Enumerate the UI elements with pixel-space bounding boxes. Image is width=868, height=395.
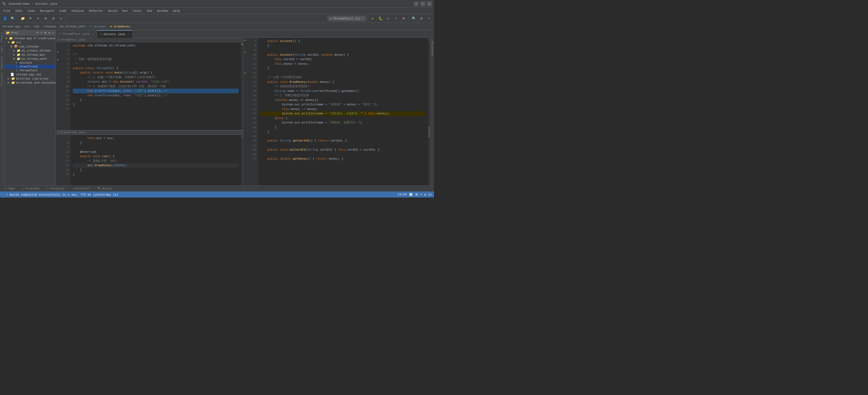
- run-gutter-r16[interactable]: ▶: [245, 71, 246, 74]
- tab-structure[interactable]: Structure: [0, 71, 4, 88]
- tab-todo[interactable]: ☑ TODO: [2, 186, 17, 191]
- run-gutter-r10[interactable]: ▶: [245, 51, 246, 54]
- account-code[interactable]: public Account() { } public Account(Stri…: [258, 38, 428, 186]
- menu-file[interactable]: File: [1, 9, 12, 13]
- left-editor-pane: C ThreadTest.java ✕ ▶ ▶ 1234567891011121…: [56, 38, 243, 186]
- menu-vcs[interactable]: VCS: [145, 9, 154, 13]
- menu-tools[interactable]: Tools: [130, 9, 144, 13]
- ac-l15: // 小明 小红同时过来的: [260, 75, 426, 80]
- toolbar-search-icon[interactable]: 🔍: [9, 16, 16, 22]
- tab-threadtest[interactable]: C ThreadTest.java ✕: [56, 30, 97, 38]
- run-gutter-7[interactable]: ▶: [57, 58, 59, 61]
- tree-d2[interactable]: ▶ 📁 d2_thread_api: [4, 53, 56, 57]
- time-display: 11: [428, 193, 432, 196]
- status-left: ✓ ✓ Build completed successfully in 1 se…: [2, 193, 118, 196]
- tree-com-itheima[interactable]: ▼ 📦 com.itheima: [4, 45, 56, 49]
- scroll-thumb-right[interactable]: [429, 126, 430, 137]
- toolbar-account-icon[interactable]: 👤: [2, 16, 8, 22]
- menu-window[interactable]: Window: [155, 9, 170, 13]
- breadcrumb-thread-app[interactable]: thread-app: [2, 25, 20, 28]
- settings-icon[interactable]: ⚙: [424, 193, 426, 196]
- threadtest-tab-x[interactable]: ✕: [87, 38, 89, 41]
- breadcrumb-com[interactable]: com: [34, 25, 39, 28]
- tree-d3[interactable]: ▼ 📁 d3_thread_safe: [4, 57, 56, 61]
- tree-ext-libs[interactable]: ▶ 📁 External Libraries: [4, 77, 56, 81]
- tab-favorites[interactable]: Favorites: [0, 55, 4, 71]
- tree-src[interactable]: ▼ 📁 src: [4, 40, 56, 45]
- database-label[interactable]: Database: [431, 41, 434, 57]
- menu-navigate[interactable]: Navigate: [37, 9, 57, 13]
- tab-profiler[interactable]: ⚡ Profiler: [70, 186, 92, 191]
- tab-project[interactable]: Project: [0, 30, 4, 44]
- tab-learn[interactable]: Learn: [0, 44, 4, 55]
- minimize-button[interactable]: ─: [414, 1, 418, 6]
- coverage-button[interactable]: ▷: [385, 16, 392, 22]
- tab-problems[interactable]: ⚠ Problems: [20, 186, 42, 191]
- toolbar-collapse-icon[interactable]: ≡: [35, 16, 41, 22]
- tree-root[interactable]: ▼ 📁 thread-app D:\code\javaseprox: [4, 36, 56, 40]
- drawthread-tab-x[interactable]: ✕: [87, 131, 89, 134]
- menu-run[interactable]: Run: [120, 9, 130, 13]
- language-indicator: 英: [415, 193, 418, 197]
- breadcrumb-account[interactable]: ⬡ Account: [89, 25, 106, 28]
- toolbar-close-icon[interactable]: ✕: [58, 16, 64, 22]
- menu-build[interactable]: Build: [106, 9, 120, 13]
- breadcrumb-d3[interactable]: d3_thread_safe: [60, 25, 85, 28]
- tab-build[interactable]: 🔨 Build: [95, 186, 114, 191]
- menu-view[interactable]: View: [26, 9, 37, 13]
- menu-code[interactable]: Code: [57, 9, 68, 13]
- panel-expand-icon[interactable]: ⊞: [45, 31, 46, 34]
- tree-threadtest[interactable]: C ThreadTest: [4, 68, 56, 73]
- breadcrumb: thread-app › src › com › itheima › d3_th…: [0, 23, 434, 30]
- breadcrumb-drawmoney[interactable]: m drawMoney: [111, 25, 130, 28]
- tree-d1[interactable]: ▶ 📁 d1_create_thread: [4, 49, 56, 53]
- tab-account[interactable]: C Account.java ✕: [97, 30, 133, 38]
- panel-sync-icon[interactable]: ⟳: [36, 31, 39, 34]
- more-button[interactable]: ⋯: [426, 16, 432, 22]
- package-icon: ▼ 📦: [10, 45, 18, 48]
- panel-settings-icon[interactable]: ⚙: [49, 31, 50, 34]
- ac-l24: }else {: [260, 116, 426, 121]
- account-tab-close[interactable]: ✕: [128, 33, 129, 36]
- maximize-button[interactable]: □: [420, 1, 425, 6]
- tree-drawthread[interactable]: C DrawThread: [4, 65, 56, 68]
- right-scrollbar[interactable]: ⚠ 5: [428, 38, 430, 186]
- profile-button[interactable]: ⚡: [393, 16, 399, 22]
- project-panel-header: 📂 Proj. ⟳ ≡ ⊞ ⚙ ✕: [4, 30, 56, 36]
- breadcrumb-src[interactable]: src: [24, 25, 30, 28]
- left-scrollbar[interactable]: ━ ⚠ 1: [241, 42, 243, 130]
- menu-help[interactable]: Help: [171, 9, 182, 13]
- run-gutter-r7[interactable]: ▶: [245, 39, 246, 42]
- close-button[interactable]: ✕: [427, 1, 432, 6]
- threadtest-code[interactable]: package com.itheima.d3_thread_safe; /** …: [71, 42, 241, 130]
- run-gutter-6[interactable]: ▶: [57, 51, 59, 54]
- menu-analyze[interactable]: Analyze: [69, 9, 86, 13]
- debug-button[interactable]: 🐛: [377, 16, 384, 22]
- drawthread-file-tab[interactable]: DrawThread.java: [60, 131, 85, 134]
- code-l7: public static void main(String[] args) {: [73, 70, 239, 75]
- run-button[interactable]: ▶: [370, 16, 376, 22]
- drawthread-code[interactable]: this.acc = acc; } @Override public void …: [71, 135, 241, 186]
- find-button[interactable]: 🔍: [410, 16, 417, 22]
- threadtest-tab-close[interactable]: ✕: [92, 33, 93, 36]
- menu-refactor[interactable]: Refactor: [87, 9, 106, 13]
- bottom-scrollbar[interactable]: ⚠1: [241, 135, 243, 186]
- tree-scratches[interactable]: ▶ 📁 Scratches and Consoles: [4, 81, 56, 85]
- breadcrumb-itheima[interactable]: itheima: [43, 25, 56, 28]
- tree-iml[interactable]: 📄 thread-app.iml: [4, 73, 56, 77]
- panel-collapse-icon[interactable]: ≡: [41, 31, 42, 34]
- threadtest-file-tab[interactable]: ThreadTest.java: [60, 38, 85, 41]
- settings-main-button[interactable]: ⚙: [418, 16, 425, 22]
- tree-account[interactable]: C Account: [4, 61, 56, 65]
- toolbar-expand-icon[interactable]: ⊞: [42, 16, 49, 22]
- toolbar-project-icon[interactable]: 📁: [20, 16, 26, 22]
- menu-edit[interactable]: Edit: [13, 9, 25, 13]
- toolbar-sync-icon[interactable]: ⟳: [27, 16, 34, 22]
- stop-button[interactable]: ■: [400, 16, 407, 22]
- titlebar-controls[interactable]: ─ □ ✕: [414, 1, 432, 6]
- run-configuration-selector[interactable]: ▶ ThreadTest2 (1) ▼: [328, 16, 366, 21]
- panel-close-icon[interactable]: ✕: [52, 31, 54, 34]
- code-l12: new DrawThread(acc, name: "小红").start();…: [73, 93, 239, 98]
- toolbar-settings-icon[interactable]: ⚙: [50, 16, 57, 22]
- tab-terminal[interactable]: ▸ Terminal: [45, 186, 67, 191]
